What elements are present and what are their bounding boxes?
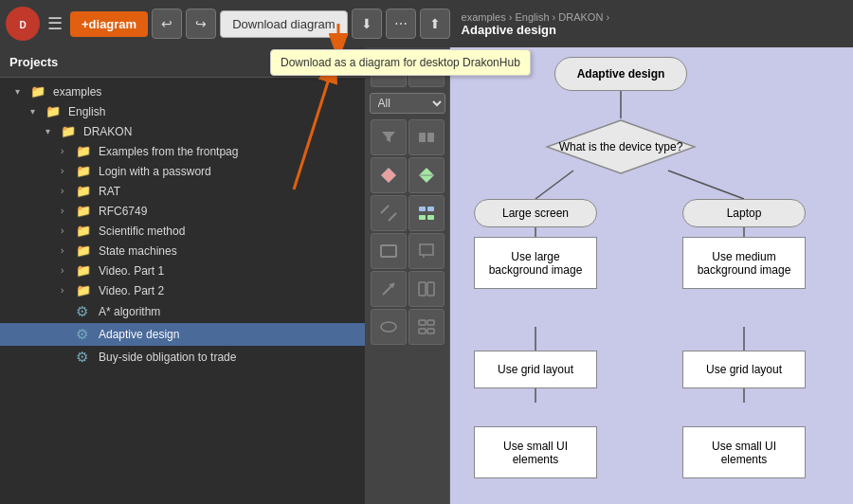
chevron-right-icon: › bbox=[61, 245, 74, 256]
diagram-canvas[interactable]: Adaptive design What is the device type?… bbox=[450, 47, 853, 504]
filter-select[interactable]: All Basic Advanced bbox=[370, 93, 445, 114]
rect-tool-button[interactable] bbox=[371, 233, 407, 269]
sidebar-item-label: Examples from the frontpag bbox=[99, 145, 238, 158]
arrow-tool-button[interactable] bbox=[371, 271, 407, 307]
fc-branch-large[interactable]: Large screen bbox=[474, 199, 597, 227]
download-tooltip: Download as a diagram for desktop Drakon… bbox=[270, 49, 531, 76]
page-title: Adaptive design bbox=[462, 23, 610, 37]
diagram-icon: ⚙ bbox=[76, 349, 95, 366]
chevron-right-icon: › bbox=[61, 265, 74, 276]
fc-node-small-ui-large-label: Use small UI elements bbox=[503, 440, 568, 466]
toolbar: D ☰ +diagram ↩ ↪ Download diagram ⬇ ⋯ ⬆ … bbox=[0, 0, 853, 47]
node-tool-button[interactable] bbox=[408, 119, 445, 155]
multi-line-button[interactable] bbox=[408, 195, 445, 231]
sidebar-item-adaptive[interactable]: › ⚙ Adaptive design bbox=[0, 323, 365, 346]
sidebar-item-examples[interactable]: ▾ 📁 examples bbox=[0, 81, 365, 101]
fc-node-medium-bg[interactable]: Use medium background image bbox=[682, 237, 806, 289]
diagram-icon: ⚙ bbox=[76, 326, 95, 343]
parallel-tool-button[interactable] bbox=[408, 271, 445, 307]
connector-tool-button[interactable] bbox=[408, 309, 445, 345]
projects-title: Projects bbox=[9, 55, 58, 69]
main-layout: Projects ✕ ▾ 📁 examples ▾ 📁 English ▾ 📁 … bbox=[0, 47, 853, 504]
hamburger-button[interactable]: ☰ bbox=[44, 9, 66, 38]
add-diagram-button[interactable]: +diagram bbox=[70, 11, 148, 37]
fc-title[interactable]: Adaptive design bbox=[554, 57, 687, 91]
sidebar-item-label: Login with a password bbox=[99, 165, 211, 178]
sidebar-item-astar[interactable]: › ⚙ A* algorithm bbox=[0, 300, 365, 323]
folder-icon: 📁 bbox=[76, 144, 95, 158]
folder-icon: 📁 bbox=[45, 104, 64, 118]
fc-node-large-bg[interactable]: Use large background image bbox=[474, 237, 597, 289]
redo-button[interactable]: ↪ bbox=[186, 9, 216, 39]
sidebar-item-buyside[interactable]: › ⚙ Buy-side obligation to trade bbox=[0, 346, 365, 369]
export-button[interactable]: ⬆ bbox=[420, 9, 450, 39]
tools-panel: 🔍 ✥ All Basic Advanced bbox=[365, 47, 450, 504]
svg-rect-20 bbox=[419, 282, 426, 296]
app-logo: D bbox=[6, 7, 40, 41]
chevron-icon: ▾ bbox=[15, 86, 28, 97]
fc-node-large-bg-label: Use large background image bbox=[489, 250, 583, 277]
sidebar-item-login[interactable]: › 📁 Login with a password bbox=[0, 161, 365, 181]
sidebar-item-sci[interactable]: › 📁 Scientific method bbox=[0, 221, 365, 241]
fc-node-small-ui-laptop[interactable]: Use small UI elements bbox=[682, 426, 806, 478]
folder-icon: 📁 bbox=[76, 164, 95, 178]
folder-icon: 📁 bbox=[76, 184, 95, 198]
sidebar-item-rat[interactable]: › 📁 RAT bbox=[0, 181, 365, 201]
sidebar-item-label: Scientific method bbox=[99, 225, 185, 238]
fc-node-grid-large-label: Use grid layout bbox=[498, 363, 573, 376]
import-button[interactable]: ⬇ bbox=[352, 9, 382, 39]
diamond-tool-button[interactable] bbox=[371, 157, 407, 193]
sidebar-item-state[interactable]: › 📁 State machines bbox=[0, 241, 365, 261]
fc-node-grid-laptop[interactable]: Use grid layout bbox=[682, 351, 806, 388]
chevron-right-icon: › bbox=[61, 225, 74, 236]
diagram-icon: ⚙ bbox=[76, 303, 95, 320]
start-tool-button[interactable] bbox=[371, 309, 407, 345]
sidebar-item-label: DRAKON bbox=[83, 125, 132, 138]
fc-question-label: What is the device type? bbox=[559, 140, 683, 153]
sidebar-item-examples-fp[interactable]: › 📁 Examples from the frontpag bbox=[0, 141, 365, 161]
shape-tools-5 bbox=[371, 271, 445, 307]
right-panel: 🔍 ✥ All Basic Advanced bbox=[365, 47, 853, 504]
undo-button[interactable]: ↩ bbox=[152, 9, 182, 39]
fc-node-grid-large[interactable]: Use grid layout bbox=[474, 351, 597, 388]
split-tool-button[interactable] bbox=[408, 157, 445, 193]
download-diagram-button[interactable]: Download diagram bbox=[220, 10, 347, 38]
chevron-right-icon: › bbox=[61, 166, 74, 176]
chevron-right-icon: › bbox=[61, 186, 74, 196]
fc-branch-laptop[interactable]: Laptop bbox=[682, 199, 806, 227]
line-tool-button[interactable] bbox=[371, 195, 407, 231]
chevron-right-icon: › bbox=[61, 285, 74, 296]
sidebar-item-english[interactable]: ▾ 📁 English bbox=[0, 101, 365, 121]
comment-tool-button[interactable] bbox=[408, 233, 445, 269]
filter-tool-button[interactable] bbox=[371, 119, 407, 155]
breadcrumb-area: examples › English › DRAKON › Adaptive d… bbox=[462, 11, 610, 37]
svg-rect-5 bbox=[419, 133, 426, 142]
spacer: › bbox=[61, 330, 74, 340]
svg-rect-26 bbox=[427, 329, 434, 333]
tooltip-text: Download as a diagram for desktop Drakon… bbox=[281, 56, 520, 69]
shape-tools-6 bbox=[371, 309, 445, 345]
shape-tools-1 bbox=[371, 119, 445, 155]
sidebar-item-rfc[interactable]: › 📁 RFC6749 bbox=[0, 201, 365, 221]
sidebar-item-video1[interactable]: › 📁 Video. Part 1 bbox=[0, 261, 365, 280]
svg-rect-16 bbox=[381, 245, 396, 257]
sidebar: Projects ✕ ▾ 📁 examples ▾ 📁 English ▾ 📁 … bbox=[0, 47, 365, 504]
share-button[interactable]: ⋯ bbox=[386, 9, 416, 39]
fc-node-small-ui-laptop-label: Use small UI elements bbox=[712, 440, 776, 466]
sidebar-item-label: Video. Part 1 bbox=[99, 264, 164, 278]
chevron-icon: ▾ bbox=[30, 106, 44, 117]
sidebar-item-label: State machines bbox=[99, 244, 177, 258]
sidebar-item-drakon[interactable]: ▾ 📁 DRAKON bbox=[0, 121, 365, 141]
sidebar-item-label: Buy-side obligation to trade bbox=[99, 351, 236, 364]
svg-rect-24 bbox=[427, 320, 434, 325]
folder-icon: 📁 bbox=[76, 283, 95, 297]
svg-line-10 bbox=[381, 206, 389, 213]
sidebar-item-label: Adaptive design bbox=[99, 328, 179, 341]
fc-node-medium-bg-label: Use medium background image bbox=[698, 250, 791, 277]
fc-question[interactable]: What is the device type? bbox=[545, 118, 697, 175]
spacer: › bbox=[61, 307, 74, 317]
fc-node-small-ui-large[interactable]: Use small UI elements bbox=[474, 426, 597, 478]
spacer: › bbox=[61, 352, 74, 363]
sidebar-item-video2[interactable]: › 📁 Video. Part 2 bbox=[0, 280, 365, 300]
svg-line-11 bbox=[389, 213, 396, 221]
